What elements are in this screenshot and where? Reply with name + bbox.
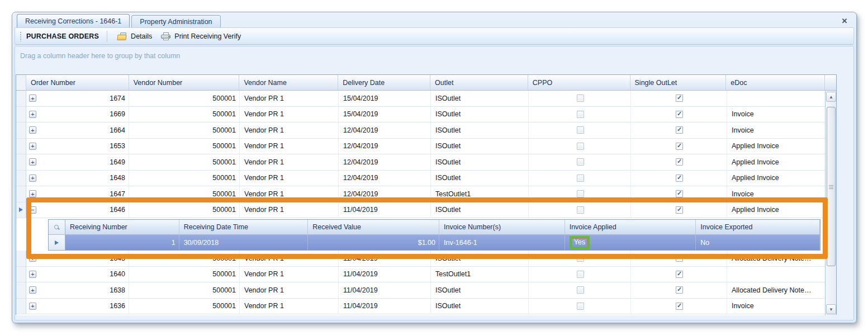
row-indicator [16, 107, 26, 122]
grid-row-1646[interactable]: −1646500001Vendor PR 111/04/2019ISOutlet… [16, 202, 826, 219]
grid-row-1647[interactable]: +1647500001Vendor PR 112/04/2019TestOutl… [16, 186, 826, 202]
expand-toggle-icon[interactable]: + [29, 254, 36, 262]
scroll-up-icon[interactable]: ▲ [826, 92, 836, 102]
grid-row-1669[interactable]: +1669500001Vendor PR 115/04/2019ISOutlet… [16, 107, 826, 123]
cell-vendor-name: Vendor PR 1 [240, 91, 339, 106]
grid-row-1653[interactable]: +1653500001Vendor PR 112/04/2019ISOutlet… [16, 139, 826, 155]
cppo-checkbox[interactable] [577, 95, 584, 102]
tab-property-administration[interactable]: Property Administration [131, 15, 220, 27]
detail-search-cell[interactable] [49, 220, 65, 234]
single-outlet-checkbox[interactable]: ✓ [676, 254, 683, 262]
scrollbar-thumb[interactable] [827, 107, 836, 266]
details-button[interactable]: Details [113, 31, 156, 42]
expand-toggle-icon[interactable]: + [29, 143, 36, 150]
expand-toggle-icon[interactable]: + [29, 95, 36, 102]
expand-toggle-icon[interactable]: + [29, 190, 36, 197]
column-header-single-outlet[interactable]: Single OutLet [630, 75, 727, 91]
cell-vendor-name: Vendor PR 1 [240, 171, 339, 186]
expand-toggle-icon[interactable]: + [29, 303, 36, 310]
grid-row-1649[interactable]: +1649500001Vendor PR 112/04/2019ISOutlet… [16, 154, 826, 171]
cppo-checkbox[interactable] [577, 286, 584, 294]
detail-column-header-invoice-exported[interactable]: Invoice Exported [696, 220, 820, 234]
row-indicator [16, 154, 26, 170]
cell-single-outlet: ✓ [631, 202, 727, 218]
cppo-checkbox[interactable] [577, 143, 584, 150]
toolbar-grip-handle[interactable] [20, 31, 22, 41]
cppo-checkbox[interactable] [577, 174, 584, 182]
single-outlet-checkbox[interactable]: ✓ [676, 143, 683, 150]
cppo-checkbox[interactable] [577, 158, 584, 166]
single-outlet-checkbox[interactable]: ✓ [676, 271, 683, 278]
cppo-checkbox[interactable] [577, 126, 584, 134]
cell-vendor-name: Vendor PR 1 [240, 299, 339, 314]
order-number-value: 1664 [40, 126, 125, 134]
purchase-orders-grid: Order NumberVendor NumberVendor NameDeli… [16, 74, 837, 315]
print-receiving-verify-button[interactable]: Print Receiving Verify [156, 31, 245, 42]
detail-column-header-receiving-number[interactable]: Receiving Number [65, 220, 179, 234]
expand-toggle-icon[interactable]: + [29, 126, 36, 134]
scroll-down-icon[interactable]: ▼ [826, 304, 836, 314]
cell-vendor-number: 500001 [129, 186, 240, 202]
tab-receiving-corrections[interactable]: Receiving Corrections - 1646-1 [17, 14, 130, 27]
cell-single-outlet: ✓ [631, 299, 727, 314]
grid-row-1643[interactable]: +1643500001Vendor PR 111/04/2019ISOutlet… [16, 251, 826, 267]
detail-column-header-receiving-date-time[interactable]: Receiving Date Time [179, 220, 309, 234]
scrollbar-grip-icon [829, 185, 833, 189]
single-outlet-checkbox[interactable]: ✓ [676, 158, 683, 166]
detail-column-header-invoice-number-s[interactable]: Invoice Number(s) [439, 220, 565, 234]
vertical-scrollbar[interactable]: ▲ ▼ [825, 91, 836, 315]
column-header-order-number[interactable]: Order Number [26, 75, 129, 91]
expand-toggle-icon[interactable]: − [29, 206, 36, 214]
detail-grid-row[interactable]: 130/09/2018$1.00Inv-1646-1YesNo [49, 235, 820, 250]
cell-delivery-date: 12/04/2019 [339, 139, 431, 154]
cppo-checkbox[interactable] [577, 190, 584, 197]
order-number-value: 1646 [40, 206, 125, 214]
single-outlet-checkbox[interactable]: ✓ [676, 111, 683, 118]
expand-toggle-icon[interactable]: + [29, 286, 36, 294]
cppo-checkbox[interactable] [577, 303, 584, 310]
detail-column-header-invoice-applied[interactable]: Invoice Applied [565, 220, 696, 234]
grid-row-1674[interactable]: +1674500001Vendor PR 115/04/2019ISOutlet… [16, 91, 826, 107]
cell-vendor-number: 500001 [129, 107, 240, 122]
grid-row-1640[interactable]: +1640500001Vendor PR 111/04/2019TestOutl… [16, 267, 826, 283]
cell-edoc: Applied Invoice [727, 202, 826, 218]
single-outlet-checkbox[interactable]: ✓ [676, 303, 683, 310]
cell-cppo [529, 202, 631, 218]
detail-column-header-received-value[interactable]: Received Value [308, 220, 439, 234]
cell-order-number: +1636 [26, 299, 129, 314]
single-outlet-checkbox[interactable]: ✓ [676, 174, 683, 182]
column-header-vendor-number[interactable]: Vendor Number [129, 75, 240, 91]
grid-body: +1674500001Vendor PR 115/04/2019ISOutlet… [16, 91, 826, 315]
cell-single-outlet: ✓ [631, 282, 727, 298]
cell-order-number: +1640 [26, 267, 129, 282]
column-header-cppo[interactable]: CPPO [528, 75, 630, 91]
cell-cppo [529, 107, 631, 122]
cppo-checkbox[interactable] [577, 206, 584, 214]
cppo-checkbox[interactable] [577, 271, 584, 278]
single-outlet-checkbox[interactable]: ✓ [676, 206, 683, 214]
column-header-vendor-name[interactable]: Vendor Name [239, 75, 338, 91]
cppo-checkbox[interactable] [577, 111, 584, 118]
grid-row-1648[interactable]: +1648500001Vendor PR 112/04/2019ISOutlet… [16, 171, 826, 187]
expand-toggle-icon[interactable]: + [29, 111, 36, 118]
toolbar: PURCHASE ORDERS Details Print Receiving … [15, 27, 854, 45]
column-header-edoc[interactable]: eDoc [726, 75, 825, 91]
grid-row-1636[interactable]: +1636500001Vendor PR 111/04/2019ISOutlet… [16, 299, 826, 315]
single-outlet-checkbox[interactable]: ✓ [676, 95, 683, 102]
cell-order-number: +1649 [26, 154, 129, 170]
row-indicator [16, 171, 26, 186]
column-header-delivery-date[interactable]: Delivery Date [338, 75, 430, 91]
cppo-checkbox[interactable] [577, 254, 584, 262]
cell-cppo [529, 282, 631, 298]
grid-header-corner [16, 75, 26, 91]
single-outlet-checkbox[interactable]: ✓ [676, 286, 683, 294]
expand-toggle-icon[interactable]: + [29, 271, 36, 278]
single-outlet-checkbox[interactable]: ✓ [676, 190, 683, 197]
close-icon[interactable]: ✕ [840, 16, 849, 25]
column-header-outlet[interactable]: Outlet [430, 75, 528, 91]
expand-toggle-icon[interactable]: + [29, 158, 36, 166]
grid-row-1638[interactable]: +1638500001Vendor PR 111/04/2019ISOutlet… [16, 282, 826, 299]
single-outlet-checkbox[interactable]: ✓ [676, 126, 683, 134]
expand-toggle-icon[interactable]: + [29, 174, 36, 182]
grid-row-1664[interactable]: +1664500001Vendor PR 112/04/2019ISOutlet… [16, 122, 826, 139]
